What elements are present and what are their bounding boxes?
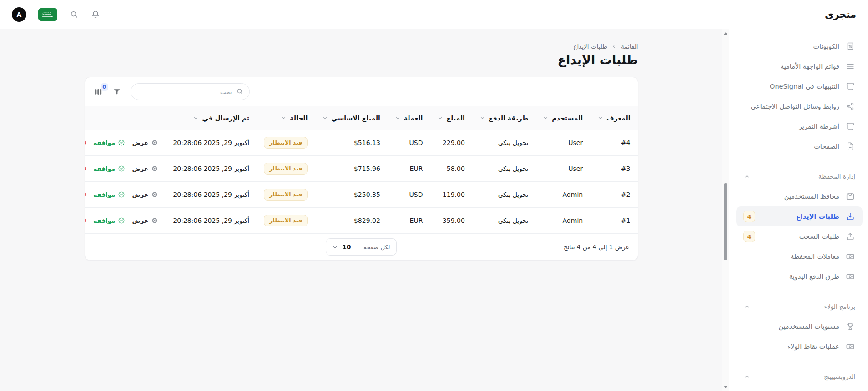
- count-badge: 4: [743, 231, 755, 242]
- chevron-up-icon: [743, 303, 751, 310]
- sort-chevron-icon: [322, 115, 328, 121]
- view-action[interactable]: عرض: [132, 165, 158, 172]
- cell-value: Admin: [563, 191, 583, 198]
- view-action[interactable]: عرض: [132, 191, 158, 198]
- reject-action[interactable]: رفض: [85, 139, 87, 146]
- sidebar-item-5[interactable]: الصفحات: [736, 136, 863, 156]
- sort-chevron-icon: [543, 115, 549, 121]
- topbar: A: [0, 0, 722, 29]
- check-circle-icon: [118, 191, 125, 198]
- sidebar-item-13[interactable]: مستويات المستخدمين: [736, 316, 863, 336]
- sort-chevron-icon: [437, 115, 443, 121]
- sidebar-item-9[interactable]: طلبات السحب4: [736, 226, 863, 246]
- sidebar-item-14[interactable]: عمليات نقاط الولاء: [736, 336, 863, 356]
- sidebar-item-11[interactable]: طرق الدفع اليدوية: [736, 266, 863, 286]
- cell-user: User: [535, 130, 590, 156]
- reject-action[interactable]: رفض: [85, 191, 87, 198]
- filter-icon: [112, 87, 121, 96]
- page-title: طلبات الإيداع: [85, 53, 638, 67]
- sidebar-item-label: مستويات المستخدمين: [778, 323, 839, 330]
- per-page-select[interactable]: لكل صفحة 10: [326, 238, 397, 256]
- sidebar-item-1[interactable]: قوائم الواجهة الأمامية: [736, 56, 863, 76]
- approve-action[interactable]: موافقة: [93, 139, 125, 146]
- sidebar-item-3[interactable]: روابط وسائل التواصل الاجتماعي: [736, 96, 863, 116]
- scrollbar-thumb[interactable]: [724, 183, 727, 260]
- breadcrumb: القائمة طلبات الإيداع: [85, 43, 638, 50]
- filter-button[interactable]: [112, 87, 121, 96]
- column-header-7[interactable]: تم الإرسال في: [166, 106, 257, 130]
- reject-action[interactable]: رفض: [85, 165, 87, 172]
- sidebar-item-label: طرق الدفع اليدوية: [789, 273, 839, 280]
- search-button[interactable]: [69, 10, 79, 19]
- chevron-left-icon: [611, 43, 617, 50]
- view-action[interactable]: عرض: [132, 139, 158, 146]
- sidebar-item-10[interactable]: معاملات المحفظة: [736, 246, 863, 266]
- table-row: #1Adminتحويل بنكي359.00EUR$829.02قيد الا…: [85, 208, 638, 234]
- reject-action[interactable]: رفض: [85, 217, 87, 224]
- language-flag-button[interactable]: [38, 8, 57, 21]
- cell-value: 359.00: [443, 217, 465, 224]
- cell-value: $829.02: [354, 217, 380, 224]
- view-action[interactable]: عرض: [132, 217, 158, 224]
- sidebar-section-15[interactable]: الدروبشيبينج: [736, 366, 863, 386]
- app-window: متجري الكوبوناتقوائم الواجهة الأماميةالت…: [0, 0, 868, 391]
- approve-action[interactable]: موافقة: [93, 165, 125, 172]
- sidebar-item-label: عمليات نقاط الولاء: [787, 343, 839, 350]
- deposit-requests-card: 0: [85, 77, 638, 261]
- cell-amount: 229.00: [430, 130, 472, 156]
- cell-value: #3: [621, 165, 631, 172]
- column-header-5[interactable]: المبلغ الأساسي: [315, 106, 388, 130]
- column-header-0[interactable]: المعرف: [590, 106, 637, 130]
- scroll-up-arrow[interactable]: [722, 30, 729, 36]
- notifications-button[interactable]: [91, 10, 101, 20]
- section-label: الدروبشيبينج: [824, 373, 855, 380]
- sidebar-item-4[interactable]: أشرطة التمرير: [736, 116, 863, 136]
- breadcrumb-item-deposit-requests[interactable]: طلبات الإيداع: [573, 43, 607, 50]
- sort-chevron-icon: [193, 115, 199, 121]
- column-header-6[interactable]: الحالة: [257, 106, 315, 130]
- cell-value: EUR: [410, 165, 423, 172]
- sidebar-item-label: طلبات الإيداع: [796, 213, 839, 220]
- search-box: [131, 83, 250, 100]
- column-header-4[interactable]: العملة: [388, 106, 430, 130]
- upload-tray-icon: [845, 231, 855, 241]
- cell-actions: عرضموافقةرفض: [85, 182, 166, 208]
- view-action-label: عرض: [132, 217, 148, 224]
- cell-value: 119.00: [443, 191, 465, 198]
- column-header-label: طريقة الدفع: [489, 115, 528, 122]
- menu-lines-icon: [845, 61, 855, 71]
- cell-payment-method: تحويل بنكي: [472, 208, 535, 234]
- download-tray-icon: [845, 211, 855, 221]
- status-badge: قيد الانتظار: [264, 163, 308, 175]
- check-circle-icon: [118, 139, 125, 146]
- column-header-2[interactable]: طريقة الدفع: [472, 106, 535, 130]
- cell-value: تحويل بنكي: [498, 165, 529, 172]
- sidebar-section-12[interactable]: برنامج الولاء: [736, 296, 863, 316]
- column-header-label: العملة: [404, 115, 423, 122]
- x-circle-icon: [85, 191, 87, 198]
- status-badge: قيد الانتظار: [264, 215, 308, 227]
- approve-action[interactable]: موافقة: [93, 217, 125, 224]
- columns-toggle-button[interactable]: 0: [93, 87, 103, 97]
- breadcrumb-item-list[interactable]: القائمة: [621, 43, 638, 50]
- sidebar-item-8[interactable]: طلبات الإيداع4: [736, 206, 863, 226]
- column-header-1[interactable]: المستخدم: [535, 106, 590, 130]
- sidebar-item-2[interactable]: التنبيهات في OneSignal: [736, 76, 863, 96]
- sidebar-item-label: روابط وسائل التواصل الاجتماعي: [751, 103, 839, 110]
- sidebar-item-0[interactable]: الكوبونات: [736, 36, 863, 56]
- avatar[interactable]: A: [12, 7, 26, 22]
- brand-logo[interactable]: متجري: [722, 0, 868, 29]
- cell-payment-method: تحويل بنكي: [472, 130, 535, 156]
- cell-value: أكتوبر 29, 2025 20:28:06: [173, 165, 249, 172]
- approve-action[interactable]: موافقة: [93, 191, 125, 198]
- sort-chevron-icon: [281, 115, 287, 121]
- sidebar-scrollbar[interactable]: [722, 29, 729, 391]
- sidebar-item-7[interactable]: محافظ المستخدمين: [736, 186, 863, 206]
- table-toolbar: 0: [85, 77, 638, 106]
- sidebar-section-6[interactable]: إدارة المحفظة: [736, 166, 863, 186]
- column-header-3[interactable]: المبلغ: [430, 106, 472, 130]
- table-search-input[interactable]: [131, 83, 250, 100]
- scroll-down-arrow[interactable]: [722, 384, 729, 390]
- sidebar-item-label: الكوبونات: [813, 43, 839, 50]
- column-header-label: المبلغ الأساسي: [331, 115, 380, 122]
